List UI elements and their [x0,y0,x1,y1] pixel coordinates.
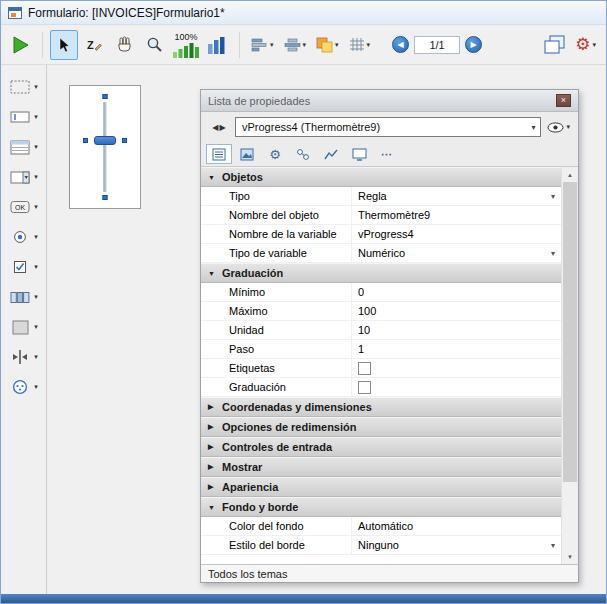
tool-listbox[interactable]: ▾ [9,137,38,157]
chevron-down-icon: ▾ [551,541,555,550]
form-design-canvas[interactable]: Lista de propiedades × ◀ ▶ vProgress4 (T… [47,65,606,594]
selection-handle-right[interactable] [122,138,127,143]
selection-handle-left[interactable] [83,138,88,143]
chevron-down-icon[interactable]: ▾ [34,353,38,361]
chevron-down-icon[interactable]: ▾ [34,83,38,91]
scroll-down-button[interactable]: ▼ [562,549,578,564]
zoom-level-group[interactable]: 100% [172,28,200,62]
tab-property-list[interactable] [206,144,232,164]
section-mostrar[interactable]: ▶ Mostrar [201,457,561,477]
palette-footer: Todos los temas [201,564,578,582]
next-page-button[interactable]: ▶ [465,36,482,53]
tool-radio[interactable]: ▾ [9,227,38,247]
toolbar-separator [42,32,43,58]
prop-value-estilo-borde[interactable]: Ninguno ▾ [351,536,561,554]
chevron-down-icon: ▾ [270,41,274,49]
chevron-down-icon[interactable]: ▾ [34,263,38,271]
entry-order-icon: Z [86,37,103,53]
entry-order-tool-button[interactable]: Z [80,30,108,60]
chevron-down-icon: ▾ [551,192,555,201]
move-hand-tool-button[interactable] [110,30,138,60]
scroll-up-button[interactable]: ▲ [562,167,578,182]
etiquetas-checkbox[interactable] [358,362,371,375]
section-coordenadas[interactable]: ▶ Coordenadas y dimensiones [201,397,561,417]
window-titlebar[interactable]: Formulario: [INVOICES]Formulario1* [1,1,606,25]
prop-value-minimo[interactable]: 0 [351,283,561,301]
section-objetos[interactable]: ▼ Objetos [201,167,561,187]
chevron-down-icon[interactable]: ▾ [34,293,38,301]
selector-prev-icon[interactable]: ◀ [212,123,218,132]
chevron-down-icon[interactable]: ▾ [34,113,38,121]
prop-value-tipo[interactable]: Regla ▾ [351,187,561,205]
object-selector-nav[interactable]: ◀ ▶ [207,118,231,136]
selector-next-icon[interactable]: ▶ [220,123,226,132]
distribute-objects-dropdown[interactable]: ▾ [280,30,311,60]
tool-tab-control[interactable]: ▾ [9,287,38,307]
prop-label: Mínimo [201,283,351,301]
tab-display[interactable] [346,144,372,164]
chevron-down-icon[interactable]: ▾ [34,173,38,181]
prop-value-maximo[interactable]: 100 [351,302,561,320]
chevron-down-icon[interactable]: ▾ [34,233,38,241]
settings-gear-dropdown[interactable]: ⚙ ▾ [571,30,600,60]
close-icon[interactable]: × [556,94,571,107]
align-objects-dropdown[interactable]: ▾ [247,30,278,60]
section-fondo-borde[interactable]: ▼ Fondo y borde [201,497,561,517]
ruler-object-track[interactable] [104,102,107,192]
section-graduacion[interactable]: ▼ Graduación [201,263,561,283]
window-bottom-bar [1,594,606,603]
visibility-dropdown[interactable]: ▾ [545,118,572,136]
tab-settings[interactable]: ⚙ [262,144,288,164]
grid-icon [349,37,365,52]
prop-value-graduacion [351,378,561,396]
selection-handle-bottom[interactable] [103,195,108,200]
prop-value-unidad[interactable]: 10 [351,321,561,339]
section-opciones-redimension[interactable]: ▶ Opciones de redimensión [201,417,561,437]
scrollbar-thumb[interactable] [563,182,577,482]
tool-input[interactable]: ▾ [9,107,38,127]
prop-value-paso[interactable]: 1 [351,340,561,358]
prop-value-nombre-objeto[interactable]: Thermomètre9 [351,206,561,224]
run-form-button[interactable] [7,30,35,60]
graduacion-checkbox[interactable] [358,381,371,394]
zoom-tool-button[interactable] [140,30,168,60]
prop-value-nombre-variable[interactable]: vProgress4 [351,225,561,243]
tab-connections[interactable] [290,144,316,164]
tool-combobox[interactable]: ▾ [9,167,38,187]
chevron-down-icon: ▾ [367,41,371,49]
chevron-down-icon[interactable]: ▾ [34,383,38,391]
tool-plugin[interactable]: ▾ [9,377,38,397]
palette-titlebar[interactable]: Lista de propiedades × [201,90,578,112]
prop-value-tipo-variable[interactable]: Numérico ▾ [351,244,561,262]
tab-picture[interactable] [234,144,260,164]
window-title: Formulario: [INVOICES]Formulario1* [28,6,225,20]
section-controles-entrada[interactable]: ▶ Controles de entrada [201,437,561,457]
chevron-down-icon[interactable]: ▾ [34,323,38,331]
zoom-bars-blue-button[interactable] [204,30,232,60]
scrollbar-track[interactable] [562,182,578,549]
layer-order-dropdown[interactable]: ▾ [312,30,343,60]
eye-icon [547,122,564,133]
prop-label: Nombre del objeto [201,206,351,224]
pointer-tool-button[interactable] [50,30,78,60]
previous-page-button[interactable]: ◀ [392,36,409,53]
tab-chart[interactable] [318,144,344,164]
form-pages-button[interactable] [541,30,569,60]
selection-handle-top[interactable] [103,94,108,99]
prop-label: Etiquetas [201,359,351,377]
form-preview[interactable] [69,85,141,209]
chevron-down-icon[interactable]: ▾ [34,143,38,151]
grid-options-dropdown[interactable]: ▾ [345,30,375,60]
prop-value-color-fondo[interactable]: Automático [351,517,561,535]
ruler-object-handle[interactable] [94,136,116,145]
tool-button[interactable]: OK ▾ [9,197,38,217]
tab-more[interactable]: ⋯ [374,144,400,164]
tool-splitter[interactable]: ▾ [9,347,38,367]
tool-marquee[interactable]: ▾ [9,77,38,97]
section-apariencia[interactable]: ▶ Apariencia [201,477,561,497]
tool-checkbox[interactable]: ▾ [9,257,38,277]
object-selector-combo[interactable]: vProgress4 (Thermomètre9) ▾ [235,117,541,137]
tool-rectangle[interactable]: ▾ [9,317,38,337]
chevron-down-icon[interactable]: ▾ [34,203,38,211]
button-tool-icon: OK [9,198,31,216]
